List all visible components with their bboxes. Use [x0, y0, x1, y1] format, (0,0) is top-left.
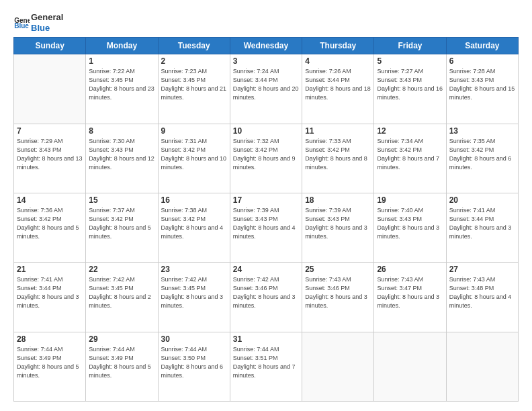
calendar-cell: 31Sunrise: 7:44 AMSunset: 3:51 PMDayligh… — [230, 332, 302, 401]
day-number: 5 — [377, 56, 443, 66]
day-number: 3 — [233, 56, 299, 66]
calendar-cell: 5Sunrise: 7:27 AMSunset: 3:43 PMDaylight… — [374, 54, 446, 124]
calendar-cell — [302, 332, 374, 401]
logo: General Blue General Blue — [13, 12, 63, 33]
calendar-header-sunday: Sunday — [14, 38, 86, 54]
calendar-cell: 3Sunrise: 7:24 AMSunset: 3:44 PMDaylight… — [230, 54, 302, 124]
calendar-cell — [374, 332, 446, 401]
calendar-cell: 25Sunrise: 7:43 AMSunset: 3:46 PMDayligh… — [302, 263, 374, 332]
calendar-cell: 19Sunrise: 7:40 AMSunset: 3:43 PMDayligh… — [374, 193, 446, 262]
day-info: Sunrise: 7:42 AMSunset: 3:45 PMDaylight:… — [161, 275, 227, 310]
day-info: Sunrise: 7:40 AMSunset: 3:43 PMDaylight:… — [377, 206, 443, 241]
calendar-cell: 29Sunrise: 7:44 AMSunset: 3:49 PMDayligh… — [86, 332, 158, 401]
calendar-cell: 14Sunrise: 7:36 AMSunset: 3:42 PMDayligh… — [14, 193, 86, 262]
day-info: Sunrise: 7:36 AMSunset: 3:42 PMDaylight:… — [17, 206, 83, 241]
calendar-week-1: 1Sunrise: 7:22 AMSunset: 3:45 PMDaylight… — [14, 54, 519, 124]
calendar-header-tuesday: Tuesday — [158, 38, 230, 54]
day-number: 23 — [161, 265, 227, 274]
day-number: 29 — [89, 334, 154, 344]
day-number: 28 — [17, 334, 83, 344]
day-info: Sunrise: 7:24 AMSunset: 3:44 PMDaylight:… — [233, 67, 299, 102]
day-info: Sunrise: 7:41 AMSunset: 3:44 PMDaylight:… — [449, 206, 515, 241]
day-info: Sunrise: 7:44 AMSunset: 3:49 PMDaylight:… — [89, 345, 154, 380]
day-number: 12 — [377, 126, 443, 136]
calendar-cell: 22Sunrise: 7:42 AMSunset: 3:45 PMDayligh… — [86, 263, 158, 332]
calendar-week-3: 14Sunrise: 7:36 AMSunset: 3:42 PMDayligh… — [14, 193, 519, 262]
logo-line2: Blue — [31, 23, 63, 34]
calendar-cell: 16Sunrise: 7:38 AMSunset: 3:42 PMDayligh… — [158, 193, 230, 262]
calendar-cell — [14, 54, 86, 124]
day-number: 21 — [17, 265, 83, 274]
day-info: Sunrise: 7:39 AMSunset: 3:43 PMDaylight:… — [305, 206, 371, 241]
calendar-cell: 4Sunrise: 7:26 AMSunset: 3:44 PMDaylight… — [302, 54, 374, 124]
day-info: Sunrise: 7:29 AMSunset: 3:43 PMDaylight:… — [17, 137, 83, 172]
calendar-cell: 9Sunrise: 7:31 AMSunset: 3:42 PMDaylight… — [158, 124, 230, 193]
calendar-week-4: 21Sunrise: 7:41 AMSunset: 3:44 PMDayligh… — [14, 263, 519, 332]
day-info: Sunrise: 7:33 AMSunset: 3:42 PMDaylight:… — [305, 137, 371, 172]
calendar-cell: 6Sunrise: 7:28 AMSunset: 3:43 PMDaylight… — [446, 54, 518, 124]
calendar-cell: 28Sunrise: 7:44 AMSunset: 3:49 PMDayligh… — [14, 332, 86, 401]
day-info: Sunrise: 7:43 AMSunset: 3:46 PMDaylight:… — [305, 275, 371, 310]
day-number: 11 — [305, 126, 371, 136]
calendar-header-saturday: Saturday — [446, 38, 518, 54]
calendar-cell: 17Sunrise: 7:39 AMSunset: 3:43 PMDayligh… — [230, 193, 302, 262]
calendar-week-5: 28Sunrise: 7:44 AMSunset: 3:49 PMDayligh… — [14, 332, 519, 401]
calendar-cell: 30Sunrise: 7:44 AMSunset: 3:50 PMDayligh… — [158, 332, 230, 401]
calendar-cell: 2Sunrise: 7:23 AMSunset: 3:45 PMDaylight… — [158, 54, 230, 124]
day-info: Sunrise: 7:23 AMSunset: 3:45 PMDaylight:… — [161, 67, 227, 102]
day-info: Sunrise: 7:43 AMSunset: 3:47 PMDaylight:… — [377, 275, 443, 310]
day-number: 24 — [233, 265, 299, 274]
calendar-header-wednesday: Wednesday — [230, 38, 302, 54]
day-number: 17 — [233, 195, 299, 205]
calendar-cell: 20Sunrise: 7:41 AMSunset: 3:44 PMDayligh… — [446, 193, 518, 262]
logo-line1: General — [31, 12, 63, 23]
day-number: 31 — [233, 334, 299, 344]
logo-icon: General Blue — [13, 16, 30, 30]
day-number: 22 — [89, 265, 154, 274]
day-number: 9 — [161, 126, 227, 136]
calendar-week-2: 7Sunrise: 7:29 AMSunset: 3:43 PMDaylight… — [14, 124, 519, 193]
calendar-cell: 10Sunrise: 7:32 AMSunset: 3:42 PMDayligh… — [230, 124, 302, 193]
day-number: 10 — [233, 126, 299, 136]
day-info: Sunrise: 7:27 AMSunset: 3:43 PMDaylight:… — [377, 67, 443, 102]
day-number: 27 — [449, 265, 515, 274]
page: General Blue General Blue SundayMondayTu… — [0, 0, 532, 411]
calendar-cell: 24Sunrise: 7:42 AMSunset: 3:46 PMDayligh… — [230, 263, 302, 332]
day-number: 26 — [377, 265, 443, 274]
day-number: 18 — [305, 195, 371, 205]
day-info: Sunrise: 7:28 AMSunset: 3:43 PMDaylight:… — [449, 67, 515, 102]
calendar-cell: 15Sunrise: 7:37 AMSunset: 3:42 PMDayligh… — [86, 193, 158, 262]
day-info: Sunrise: 7:32 AMSunset: 3:42 PMDaylight:… — [233, 137, 299, 172]
day-info: Sunrise: 7:37 AMSunset: 3:42 PMDaylight:… — [89, 206, 154, 241]
calendar-header-monday: Monday — [86, 38, 158, 54]
day-number: 15 — [89, 195, 154, 205]
day-info: Sunrise: 7:43 AMSunset: 3:48 PMDaylight:… — [449, 275, 515, 310]
day-info: Sunrise: 7:35 AMSunset: 3:42 PMDaylight:… — [449, 137, 515, 172]
calendar-header-friday: Friday — [374, 38, 446, 54]
day-number: 30 — [161, 334, 227, 344]
day-number: 25 — [305, 265, 371, 274]
day-number: 16 — [161, 195, 227, 205]
calendar-cell: 11Sunrise: 7:33 AMSunset: 3:42 PMDayligh… — [302, 124, 374, 193]
day-info: Sunrise: 7:22 AMSunset: 3:45 PMDaylight:… — [89, 67, 154, 102]
day-info: Sunrise: 7:41 AMSunset: 3:44 PMDaylight:… — [17, 275, 83, 310]
calendar-cell: 12Sunrise: 7:34 AMSunset: 3:42 PMDayligh… — [374, 124, 446, 193]
day-info: Sunrise: 7:34 AMSunset: 3:42 PMDaylight:… — [377, 137, 443, 172]
day-info: Sunrise: 7:44 AMSunset: 3:51 PMDaylight:… — [233, 345, 299, 380]
calendar-header-thursday: Thursday — [302, 38, 374, 54]
day-info: Sunrise: 7:31 AMSunset: 3:42 PMDaylight:… — [161, 137, 227, 172]
day-number: 4 — [305, 56, 371, 66]
day-info: Sunrise: 7:42 AMSunset: 3:45 PMDaylight:… — [89, 275, 154, 310]
day-number: 2 — [161, 56, 227, 66]
calendar-cell: 23Sunrise: 7:42 AMSunset: 3:45 PMDayligh… — [158, 263, 230, 332]
day-number: 6 — [449, 56, 515, 66]
day-number: 20 — [449, 195, 515, 205]
calendar-table: SundayMondayTuesdayWednesdayThursdayFrid… — [13, 37, 519, 402]
calendar-cell — [446, 332, 518, 401]
day-info: Sunrise: 7:39 AMSunset: 3:43 PMDaylight:… — [233, 206, 299, 241]
header: General Blue General Blue — [13, 12, 519, 33]
calendar-cell: 7Sunrise: 7:29 AMSunset: 3:43 PMDaylight… — [14, 124, 86, 193]
calendar-cell: 1Sunrise: 7:22 AMSunset: 3:45 PMDaylight… — [86, 54, 158, 124]
calendar-header-row: SundayMondayTuesdayWednesdayThursdayFrid… — [14, 38, 519, 54]
calendar-cell: 26Sunrise: 7:43 AMSunset: 3:47 PMDayligh… — [374, 263, 446, 332]
